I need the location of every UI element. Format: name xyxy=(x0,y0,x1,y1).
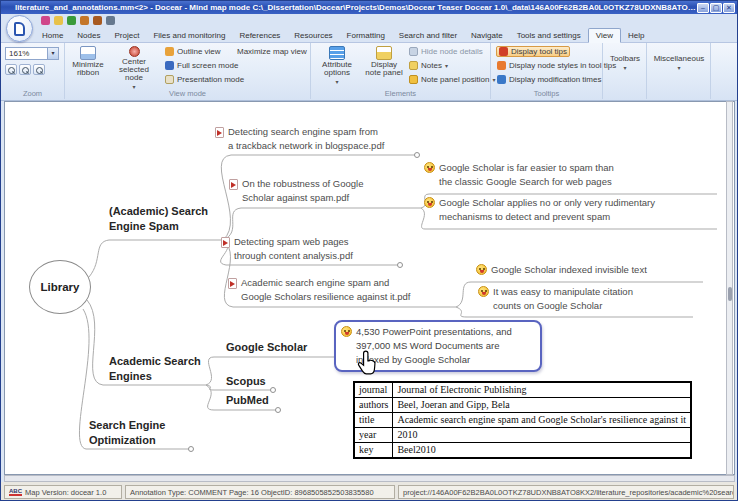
pdf-node-trackback-blogspace[interactable]: Detecting search engine spam froma track… xyxy=(215,125,384,153)
application-menu-button[interactable] xyxy=(6,15,33,42)
tab-search-and-filter[interactable]: Search and filter xyxy=(392,29,464,42)
display-tool-tips-button[interactable]: Display tool tips xyxy=(496,46,570,57)
root-node-library[interactable]: Library xyxy=(29,260,91,314)
tab-help[interactable]: Help xyxy=(621,29,651,42)
ribbon-group-tooltips: Display tool tips Display node styles in… xyxy=(491,43,603,99)
node-google-scholar[interactable]: Google Scholar xyxy=(226,340,307,355)
node-scopus[interactable]: Scopus xyxy=(226,374,266,389)
zoom-fit-icon[interactable] xyxy=(33,64,45,75)
vertical-scrollbar[interactable] xyxy=(726,101,733,475)
comment-node-citation-counts[interactable]: It was easy to manipulate citationcounts… xyxy=(478,285,633,313)
tab-home[interactable]: Home xyxy=(35,29,70,42)
comment-emoji-icon xyxy=(424,162,435,173)
group-label-view-mode: View mode xyxy=(65,89,310,98)
attribute-options-button[interactable]: Attribute options ▾ xyxy=(315,46,359,86)
node-pubmed[interactable]: PubMed xyxy=(226,393,269,408)
new-map-icon[interactable] xyxy=(41,16,50,25)
vertical-scrollbar-thumb[interactable] xyxy=(728,287,732,301)
tab-formatting[interactable]: Formatting xyxy=(340,29,392,42)
maximize-map-view-button[interactable]: Maximize map view xyxy=(237,47,307,56)
tab-files-and-monitoring[interactable]: Files and monitoring xyxy=(146,29,232,42)
attribute-tooltip-table: journalJournal of Electronic Publishing … xyxy=(353,381,692,459)
open-map-icon[interactable] xyxy=(54,16,63,25)
save-icon[interactable] xyxy=(106,16,115,25)
display-tool-tips-icon xyxy=(499,47,508,56)
tab-resources[interactable]: Resources xyxy=(287,29,339,42)
close-button[interactable]: ✕ xyxy=(723,3,735,13)
outline-view-button[interactable]: Outline view xyxy=(165,47,221,56)
bookmark-icon[interactable] xyxy=(80,16,89,25)
notes-button[interactable]: Notes ▾ xyxy=(409,61,448,70)
zoom-in-icon[interactable] xyxy=(5,64,17,75)
pdf-node-robustness-google-scholar[interactable]: On the robustness of GoogleScholar again… xyxy=(229,177,363,205)
comment-emoji-icon xyxy=(478,286,489,297)
outline-view-icon xyxy=(165,47,174,56)
comment-node-easier-to-spam[interactable]: Google Scholar is far easier to spam tha… xyxy=(424,161,614,189)
chevron-down-icon[interactable]: ▾ xyxy=(47,48,58,59)
tab-nodes[interactable]: Nodes xyxy=(70,29,107,42)
spellcheck-icon: ABC xyxy=(9,488,22,496)
zoom-buttons xyxy=(5,64,45,75)
horizontal-scrollbar[interactable] xyxy=(4,475,735,482)
tab-references[interactable]: References xyxy=(232,29,287,42)
hand-cursor-icon xyxy=(357,350,381,376)
maximize-button[interactable]: ▢ xyxy=(710,3,722,13)
table-row: keyBeel2010 xyxy=(354,443,691,459)
full-screen-mode-button[interactable]: Full screen mode xyxy=(165,61,238,70)
notes-icon xyxy=(409,61,418,70)
center-selected-node-button[interactable]: Center selected node ▾ xyxy=(111,46,157,91)
node-styles-icon xyxy=(497,61,506,70)
bookmark-alt-icon[interactable] xyxy=(93,16,102,25)
ribbon-group-toolbars: Toolbars ▾ xyxy=(603,43,647,99)
tab-navigate[interactable]: Navigate xyxy=(464,29,510,42)
docear-window: literature_and_annotations.mm<2> - Docea… xyxy=(0,0,738,501)
table-row: journalJournal of Electronic Publishing xyxy=(354,382,691,398)
status-project-path: project://146A00F62B2BA0L0OTKZ78UDXNB8AT… xyxy=(398,485,734,499)
ribbon-group-miscellaneous: Miscellaneous ▾ xyxy=(647,43,711,99)
presentation-mode-button[interactable]: Presentation mode xyxy=(165,75,244,84)
window-controls: – ▢ ✕ xyxy=(697,3,737,13)
window-title: literature_and_annotations.mm<2> - Docea… xyxy=(1,3,697,12)
tab-tools-and-settings[interactable]: Tools and settings xyxy=(510,29,588,42)
note-panel-icon xyxy=(376,46,392,60)
minimize-ribbon-icon xyxy=(80,46,96,60)
zoom-out-icon[interactable] xyxy=(19,64,31,75)
attribute-options-icon xyxy=(329,46,345,60)
zoom-level-combobox[interactable]: 161% ▾ xyxy=(5,47,59,60)
quick-access-toolbar xyxy=(41,16,115,25)
minimize-ribbon-button[interactable]: Minimize ribbon xyxy=(69,46,107,77)
table-row: titleAcademic search engine spam and Goo… xyxy=(354,413,691,428)
toolbars-button[interactable]: Toolbars ▾ xyxy=(605,55,645,72)
branch-node-search-engine-optimization[interactable]: Search Engine Optimization xyxy=(89,418,165,448)
pdf-node-academic-spam-resilience[interactable]: Academic search engine spam andGoogle Sc… xyxy=(228,276,411,304)
pdf-file-icon xyxy=(229,179,238,190)
title-bar: literature_and_annotations.mm<2> - Docea… xyxy=(1,1,737,14)
hide-node-details-button[interactable]: Hide node details xyxy=(409,47,483,56)
miscellaneous-button[interactable]: Miscellaneous ▾ xyxy=(649,55,709,72)
tab-project[interactable]: Project xyxy=(107,29,146,42)
pdf-node-spam-web-pages[interactable]: Detecting spam web pagesthrough content … xyxy=(221,235,353,263)
tab-view[interactable]: View xyxy=(588,28,621,43)
comment-emoji-icon xyxy=(476,264,487,275)
group-label-elements: Elements xyxy=(311,89,490,98)
note-panel-position-button[interactable]: Note panel position ▾ xyxy=(409,75,496,84)
ribbon-group-zoom: 161% ▾ Zoom xyxy=(1,43,65,99)
redo-icon[interactable] xyxy=(67,16,76,25)
branch-node-academic-search-engines[interactable]: Academic Search Engines xyxy=(109,354,201,384)
group-label-zoom: Zoom xyxy=(1,89,64,98)
zoom-level-value: 161% xyxy=(9,49,29,58)
minimize-button[interactable]: – xyxy=(697,3,709,13)
center-node-icon xyxy=(129,46,140,57)
full-screen-icon xyxy=(165,61,174,70)
display-node-styles-button[interactable]: Display node styles in tool tips xyxy=(497,61,616,70)
mind-map-canvas[interactable]: Library (Academic) Search Engine Spam De… xyxy=(4,101,735,475)
note-panel-position-icon xyxy=(409,75,418,84)
display-modification-times-button[interactable]: Display modification times xyxy=(497,75,601,84)
comment-node-rudimentary-mechanisms[interactable]: Google Scholar applies no or only very r… xyxy=(424,196,655,224)
presentation-mode-icon xyxy=(165,75,174,84)
display-note-panel-button[interactable]: Display note panel xyxy=(363,46,405,77)
branch-node-search-engine-spam[interactable]: (Academic) Search Engine Spam xyxy=(109,204,208,234)
table-row: year2010 xyxy=(354,428,691,443)
pdf-file-icon xyxy=(221,237,230,248)
comment-node-invisible-text[interactable]: Google Scholar indexed invisible text xyxy=(476,263,647,277)
